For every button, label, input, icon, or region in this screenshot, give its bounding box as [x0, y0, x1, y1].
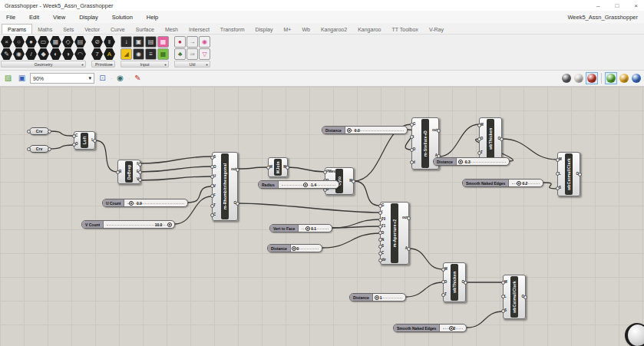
wire[interactable] — [188, 186, 212, 203]
param-crv-2[interactable]: Crv — [29, 145, 49, 153]
slider-track[interactable]: 1 — [373, 294, 405, 301]
menu-solution[interactable]: Solution — [112, 14, 133, 21]
pin-in-s[interactable]: S — [504, 309, 510, 313]
wire[interactable] — [140, 176, 212, 180]
galapagos-tree-icon[interactable]: ♣ — [174, 48, 186, 60]
pin-in-t1[interactable]: T1 — [381, 225, 390, 229]
slider-track[interactable]: 0.2 — [509, 180, 543, 186]
node-rhombitrihexagonal[interactable]: SOUVFTCm-RhombitrihexagonaloutG — [212, 152, 238, 221]
pin-out-o[interactable]: O — [573, 173, 580, 176]
tab-v-ray[interactable]: V-Ray — [424, 25, 449, 34]
flask-icon[interactable]: ▽ — [199, 48, 210, 60]
slider-knob[interactable] — [305, 226, 310, 231]
slider-track[interactable]: 0 — [291, 245, 322, 252]
close-button[interactable]: × — [634, 2, 638, 9]
tab-tt-toolbox[interactable]: TT Toolbox — [387, 25, 424, 34]
node-loft[interactable]: COLoftL — [74, 131, 95, 150]
tab-params[interactable]: Params — [2, 24, 32, 34]
wire[interactable] — [238, 203, 380, 213]
draw-icons-sphere-icon[interactable] — [605, 72, 617, 84]
node-catmullclark-1[interactable]: MLSwbCatmullClarkO — [557, 152, 580, 196]
tab-curve[interactable]: Curve — [105, 25, 130, 34]
wire[interactable] — [322, 233, 380, 248]
pin-in-pmesh[interactable]: PMesh — [325, 170, 335, 174]
wire[interactable] — [288, 167, 325, 172]
menu-display[interactable]: Display — [79, 14, 98, 21]
preview-off-sphere-icon[interactable] — [561, 73, 572, 84]
slider-u-count[interactable]: U Count0.9 — [102, 199, 188, 207]
null-param-icon[interactable]: ⊘ — [91, 36, 103, 48]
tab-kangaroo[interactable]: Kangaroo — [352, 25, 386, 34]
pin-in-m[interactable]: M — [269, 166, 273, 170]
tab-display[interactable]: Display — [250, 25, 279, 34]
pin-in-m[interactable]: M — [504, 281, 510, 285]
wire[interactable] — [354, 181, 380, 206]
minimize-button[interactable]: – — [596, 2, 599, 9]
pin-out-g[interactable]: G — [230, 202, 237, 206]
tab-kangaroo2[interactable]: Kangaroo2 — [315, 25, 352, 34]
pin-in-d[interactable]: d — [412, 161, 421, 165]
pin-in-l[interactable]: L — [558, 173, 564, 176]
pin-in-t[interactable]: T — [444, 293, 450, 297]
pin-in-d[interactable]: D — [381, 232, 390, 236]
knob-icon[interactable]: ◉ — [133, 48, 144, 60]
cluster-icon[interactable]: ◉ — [199, 36, 210, 48]
pin-out-out[interactable]: out — [399, 216, 408, 220]
slider-smooth-naked-edges-1[interactable]: Smooth Naked Edges0.2 — [462, 179, 543, 187]
curve-param-icon[interactable]: ✎ — [1, 48, 12, 60]
slider-knob[interactable] — [375, 295, 379, 300]
panel-icon[interactable]: ▤ — [145, 36, 157, 48]
group-expand-icon[interactable]: + — [164, 62, 167, 67]
slider-track[interactable]: 2 — [440, 325, 466, 331]
paintbrush-icon[interactable]: ✎ — [132, 73, 144, 84]
pin-out-out[interactable]: out — [430, 129, 438, 133]
preview-shaded-sphere-icon[interactable] — [586, 72, 598, 84]
tab-m[interactable]: M+ — [278, 25, 296, 34]
slider-knob[interactable] — [458, 160, 463, 164]
slider-radius[interactable]: Radius1.4 — [258, 180, 339, 189]
preview-wire-sphere-icon[interactable] — [573, 73, 584, 84]
pin-out-f[interactable]: F — [134, 163, 140, 166]
pin-in-f[interactable]: F — [213, 194, 220, 198]
pin-in-t[interactable]: T — [213, 204, 220, 208]
slider-smooth-naked-edges-2[interactable]: Smooth Naked Edges2 — [393, 324, 467, 332]
pin-in-t0[interactable]: T0 — [381, 218, 390, 222]
node-thicken-1[interactable]: MDTwbThickenO — [479, 117, 502, 160]
node-mjoin[interactable]: MMJoinM — [268, 157, 288, 177]
wire[interactable] — [409, 249, 443, 269]
slider-distance-thicken-2[interactable]: Distance1 — [349, 293, 406, 302]
slider-vert-to-face[interactable]: Vert to Face0.1 — [269, 224, 332, 232]
mesh-param-icon[interactable]: ▦ — [50, 36, 61, 48]
slider-knob[interactable] — [129, 201, 134, 206]
pin-in-m[interactable]: M — [558, 158, 564, 162]
pin-in-u[interactable]: U — [213, 175, 220, 179]
gradient-icon[interactable]: ▦ — [157, 48, 169, 60]
zoom-select[interactable]: 90% ▾ — [30, 73, 94, 84]
pin-out-o[interactable]: O — [459, 281, 465, 285]
import-icon[interactable]: ↓ — [121, 36, 132, 48]
group-expand-icon[interactable]: + — [81, 62, 84, 67]
pin-in-d[interactable]: D — [480, 137, 486, 141]
zoom-extents-icon[interactable]: ⊡ — [97, 73, 108, 84]
maximize-button[interactable]: □ — [615, 2, 619, 9]
pin-in-g[interactable]: G — [381, 204, 390, 208]
pin-out-o[interactable]: O — [495, 137, 501, 141]
pin-in-dir[interactable]: dir — [381, 259, 390, 262]
point-param-icon[interactable]: ◇ — [62, 36, 74, 48]
number-slider-icon[interactable]: ◢ — [121, 48, 132, 60]
menu-help[interactable]: Help — [147, 14, 158, 21]
pin-in-d[interactable]: D — [444, 281, 450, 285]
canvas-menu-ball[interactable] — [625, 323, 644, 346]
wire[interactable] — [140, 157, 212, 163]
wire[interactable] — [140, 166, 212, 172]
tab-maths[interactable]: Maths — [32, 25, 58, 34]
slider-track[interactable]: 10.0 — [104, 221, 174, 228]
brep-param-icon[interactable]: ○ — [13, 36, 25, 48]
slider-track[interactable]: 0.0 — [345, 127, 407, 133]
slider-track[interactable]: 0.1 — [299, 225, 332, 232]
wire[interactable] — [49, 131, 74, 136]
pin-in-o[interactable]: O — [213, 166, 220, 170]
pin-in-b[interactable]: B — [118, 170, 124, 174]
tab-mesh[interactable]: Mesh — [160, 25, 183, 34]
pin-out-l[interactable]: L — [89, 139, 94, 143]
